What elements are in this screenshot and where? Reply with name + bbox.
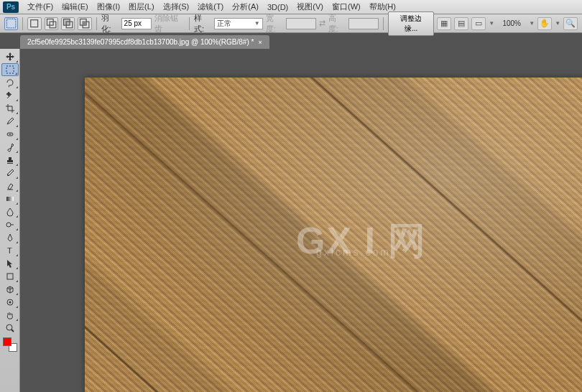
- foreground-color-swatch[interactable]: [3, 337, 11, 346]
- zoom-icon[interactable]: 🔍: [563, 17, 578, 30]
- dropdown-icon[interactable]: ▼: [555, 20, 560, 27]
- subtract-selection-icon[interactable]: [61, 17, 75, 30]
- svg-rect-1: [31, 20, 38, 27]
- gradient-tool[interactable]: [1, 192, 19, 205]
- hand-tool[interactable]: [1, 309, 19, 322]
- hand-icon[interactable]: ✋: [537, 17, 552, 30]
- lasso-tool[interactable]: [1, 76, 19, 89]
- menu-analysis[interactable]: 分析(A): [228, 0, 263, 14]
- style-label: 样式:: [194, 13, 211, 34]
- pen-tool[interactable]: [1, 231, 19, 244]
- svg-rect-14: [6, 197, 14, 201]
- menu-view[interactable]: 视图(V): [292, 0, 328, 14]
- menu-layer[interactable]: 图层(L): [124, 0, 158, 14]
- svg-point-12: [7, 174, 9, 176]
- style-select[interactable]: 正常 ▼: [214, 18, 263, 29]
- chevron-down-icon: ▼: [254, 20, 260, 27]
- marquee-tool[interactable]: [1, 63, 19, 76]
- separator: [383, 17, 384, 30]
- brush-tool[interactable]: [1, 141, 19, 154]
- menu-select[interactable]: 选择(S): [159, 0, 194, 14]
- separator: [96, 17, 97, 30]
- menu-filter[interactable]: 滤镜(T): [193, 0, 228, 14]
- svg-rect-8: [83, 22, 86, 25]
- svg-point-21: [6, 325, 12, 330]
- new-selection-icon[interactable]: [27, 17, 41, 30]
- dropdown-icon[interactable]: ▼: [529, 20, 535, 27]
- options-bar: 羽化: 消除锯齿 样式: 正常 ▼ 宽度: ⇄ 高度: 调整边缘... ▦ ▤ …: [0, 14, 582, 33]
- svg-rect-0: [6, 19, 15, 27]
- width-input: [286, 18, 316, 29]
- blur-tool[interactable]: [1, 205, 19, 218]
- antialias-label: 消除锯齿: [154, 13, 185, 34]
- watermark-sub: gxlcms.com: [316, 246, 391, 258]
- add-selection-icon[interactable]: [45, 17, 58, 30]
- 3d-camera-tool[interactable]: [1, 296, 19, 309]
- layout-icon[interactable]: ▤: [454, 17, 468, 30]
- magic-wand-tool[interactable]: [1, 89, 19, 102]
- menu-file[interactable]: 文件(F): [23, 0, 57, 14]
- document-tabbar: 2cf5e0fe9925bc3139fe07995cdf8db1cb13700b…: [0, 33, 582, 49]
- svg-line-22: [11, 330, 14, 332]
- screen-mode-icon[interactable]: ▭: [471, 17, 486, 30]
- intersect-selection-icon[interactable]: [78, 17, 91, 30]
- style-value: 正常: [217, 19, 231, 29]
- watermark: GX I 网 gxlcms.com: [296, 216, 427, 266]
- healing-tool[interactable]: [1, 128, 19, 141]
- path-selection-tool[interactable]: [1, 257, 19, 270]
- crop-tool[interactable]: [1, 102, 19, 115]
- color-swatches[interactable]: [3, 337, 17, 352]
- dropdown-icon[interactable]: ▼: [489, 20, 494, 27]
- workspace-icon[interactable]: ▦: [437, 17, 451, 30]
- tab-title: 2cf5e0fe9925bc3139fe07995cdf8db1cb13700b…: [27, 38, 254, 46]
- shape-tool[interactable]: [1, 270, 19, 283]
- height-label: 高度:: [328, 13, 346, 34]
- svg-point-20: [9, 302, 11, 304]
- separator: [189, 17, 190, 30]
- separator: [22, 17, 23, 30]
- document-tab[interactable]: 2cf5e0fe9925bc3139fe07995cdf8db1cb13700b…: [20, 35, 269, 49]
- zoom-controls: ▦ ▤ ▭ ▼ 100% ▼ ✋ ▼ 🔍: [437, 17, 578, 30]
- feather-label: 羽化:: [101, 13, 119, 34]
- eyedropper-tool[interactable]: [1, 115, 19, 128]
- swap-icon: ⇄: [319, 19, 325, 28]
- refine-edge-button[interactable]: 调整边缘...: [388, 11, 434, 36]
- zoom-level[interactable]: 100%: [497, 19, 526, 27]
- canvas-area[interactable]: GX I 网 gxlcms.com: [20, 49, 582, 392]
- document-canvas[interactable]: GX I 网 gxlcms.com: [85, 78, 582, 392]
- width-label: 宽度:: [266, 13, 283, 34]
- tool-preset-icon[interactable]: [4, 17, 18, 30]
- dodge-tool[interactable]: [1, 218, 19, 231]
- zoom-tool[interactable]: [1, 322, 19, 335]
- feather-input[interactable]: [121, 18, 152, 29]
- menu-image[interactable]: 图像(I): [93, 0, 124, 14]
- svg-point-15: [6, 223, 11, 227]
- menu-edit[interactable]: 编辑(E): [57, 0, 93, 14]
- svg-text:T: T: [7, 246, 12, 255]
- 3d-tool[interactable]: [1, 283, 19, 296]
- stamp-tool[interactable]: [1, 154, 19, 167]
- height-input: [348, 18, 379, 29]
- main-area: T GX I 网 gxlcms.com: [0, 49, 582, 392]
- app-logo: Ps: [3, 1, 19, 13]
- menu-3d[interactable]: 3D(D): [263, 1, 292, 13]
- history-brush-tool[interactable]: [1, 167, 19, 179]
- type-tool[interactable]: T: [1, 244, 19, 257]
- svg-rect-9: [6, 66, 14, 73]
- menu-bar: Ps 文件(F) 编辑(E) 图像(I) 图层(L) 选择(S) 滤镜(T) 分…: [0, 0, 582, 14]
- svg-rect-18: [7, 274, 13, 279]
- menu-window[interactable]: 窗口(W): [328, 0, 365, 14]
- close-tab-icon[interactable]: ×: [258, 39, 262, 46]
- move-tool[interactable]: [1, 50, 19, 63]
- toolbox: T: [0, 49, 20, 392]
- eraser-tool[interactable]: [1, 179, 19, 192]
